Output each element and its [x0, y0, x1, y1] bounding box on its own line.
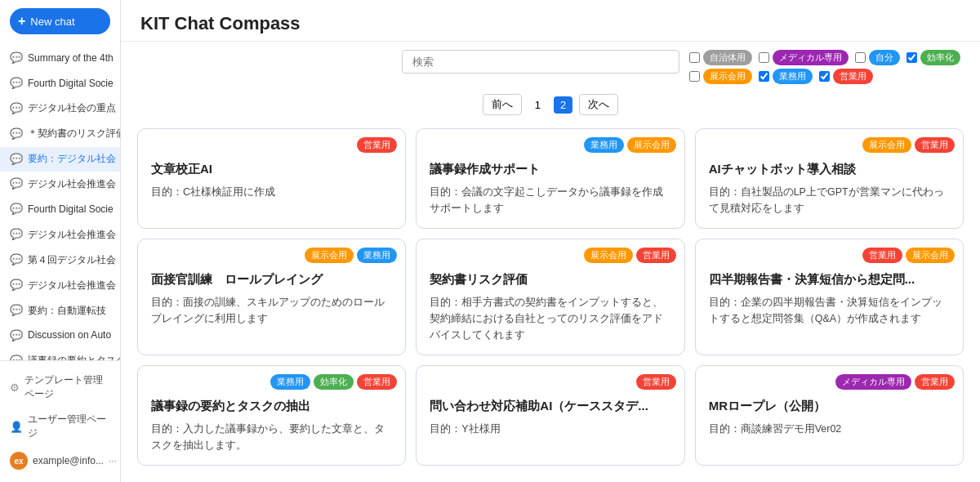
chat-icon: 💬 — [10, 127, 23, 141]
card-title: 議事録の要約とタスクの抽出 — [151, 399, 392, 414]
sidebar-item-digital-society-promo2[interactable]: 💬デジタル社会推進会 — [0, 222, 120, 248]
card-tag-営業用: 営業用 — [862, 248, 902, 263]
sidebar-item-label: Fourth Digital Socie — [28, 78, 114, 91]
card-tag-展示会用: 展示会用 — [906, 248, 955, 263]
sidebar-item-label: デジタル社会推進会 — [28, 178, 116, 191]
sidebar-item-label: Discussion on Auto — [28, 329, 111, 342]
card-card-2[interactable]: 業務用展示会用議事録作成サポート目的：会議の文字起こしデータから議事録を作成サポ… — [416, 128, 684, 229]
sidebar-item-digital-society-key[interactable]: 💬デジタル社会の重点 — [0, 96, 120, 122]
sidebar-item-label: デジタル社会推進会 — [28, 229, 116, 242]
card-card-7[interactable]: 業務用効率化営業用議事録の要約とタスクの抽出目的：入力した議事録から、要約した文… — [137, 365, 406, 466]
sidebar-item-minutes-tasks[interactable]: 💬議事録の要約とタスク — [0, 349, 120, 360]
filter-badge-exhibition[interactable]: 展示会用 — [703, 69, 752, 84]
sidebar-item-summary-4th[interactable]: 💬Summary of the 4th — [0, 46, 120, 71]
sidebar-item-digital-society-promo[interactable]: 💬デジタル社会推進会 — [0, 172, 120, 197]
card-title: 議事録作成サポート — [430, 162, 670, 177]
more-icon[interactable]: ··· — [109, 455, 117, 466]
card-card-1[interactable]: 営業用文章校正AI目的：C社様検証用に作成 — [137, 128, 406, 229]
filter-badge-medical[interactable]: メディカル専用 — [773, 50, 849, 65]
chat-icon: 💬 — [10, 77, 23, 91]
card-title: 問い合わせ対応補助AI（ケーススタデ... — [430, 399, 670, 414]
chat-icon: 💬 — [10, 153, 23, 167]
sidebar-bottom: ⚙ テンプレート管理ページ 👤 ユーザー管理ページ ex example@inf… — [0, 360, 120, 482]
card-tag-展示会用: 展示会用 — [862, 137, 911, 153]
new-chat-label: New chat — [30, 16, 74, 28]
filter-badge-efficiency[interactable]: 効率化 — [920, 50, 960, 65]
filter-item-self: 自分 — [855, 50, 900, 65]
card-tag-営業用: 営業用 — [636, 374, 676, 390]
sidebar-item-label: デジタル社会推進会 — [28, 279, 116, 292]
template-manage-link[interactable]: ⚙ テンプレート管理ページ — [0, 368, 120, 407]
page-1[interactable]: 1 — [528, 96, 547, 114]
card-tag-業務用: 業務用 — [270, 374, 310, 390]
filter-badge-business[interactable]: 業務用 — [773, 69, 813, 84]
filter-item-exhibition: 展示会用 — [689, 69, 752, 84]
filter-checkbox-efficiency[interactable] — [906, 52, 917, 63]
card-title: 四半期報告書・決算短信から想定問... — [709, 272, 950, 288]
card-tags-card-6: 営業用展示会用 — [862, 248, 955, 263]
new-chat-button[interactable]: + New chat — [10, 8, 110, 34]
prev-page-button[interactable]: 前へ — [483, 94, 522, 115]
chat-icon: 💬 — [10, 228, 23, 242]
card-tags-card-1: 営業用 — [357, 137, 397, 153]
search-input[interactable] — [402, 50, 679, 74]
card-tags-card-8: 営業用 — [636, 374, 676, 390]
page-2[interactable]: 2 — [554, 96, 572, 114]
card-desc: 目的：Y社様用 — [430, 421, 670, 437]
sidebar-item-discussion-auto[interactable]: 💬Discussion on Auto — [0, 324, 120, 349]
sidebar-item-4th-digital-society[interactable]: 💬第４回デジタル社会 — [0, 248, 120, 273]
card-tag-営業用: 営業用 — [915, 374, 955, 390]
next-page-button[interactable]: 次へ — [579, 94, 618, 115]
card-title: 文章校正AI — [151, 162, 392, 177]
filter-checkbox-medical[interactable] — [759, 52, 769, 63]
card-tags-card-3: 展示会用営業用 — [862, 137, 955, 153]
card-card-5[interactable]: 展示会用営業用契約書リスク評価目的：相手方書式の契約書をインプットすると、契約締… — [416, 239, 684, 355]
card-tags-card-7: 業務用効率化営業用 — [270, 374, 397, 390]
filter-checkbox-jichitai[interactable] — [689, 52, 700, 63]
card-desc: 目的：企業の四半期報告書・決算短信をインプットすると想定問答集（Q&A）が作成さ… — [709, 294, 950, 327]
search-container — [402, 50, 679, 74]
sidebar-item-summary-auto[interactable]: 💬要約：自動運転技 — [0, 298, 120, 324]
chat-icon: 💬 — [10, 177, 23, 191]
chat-icon: 💬 — [10, 203, 23, 216]
card-card-8[interactable]: 営業用問い合わせ対応補助AI（ケーススタデ...目的：Y社様用 — [416, 365, 684, 466]
sidebar-item-contract-risk[interactable]: 💬＊契約書のリスク評価 — [0, 122, 120, 147]
filter-item-medical: メディカル専用 — [759, 50, 849, 65]
filter-checkbox-business[interactable] — [759, 71, 769, 82]
chat-icon: 💬 — [10, 304, 23, 318]
card-desc: 目的：会議の文字起こしデータから議事録を作成サポートします — [430, 184, 670, 216]
card-tag-効率化: 効率化 — [314, 374, 354, 390]
filter-badge-jichitai[interactable]: 自治体用 — [703, 50, 752, 65]
sidebar-item-summary-digital[interactable]: 💬要約：デジタル社会 — [0, 147, 120, 172]
filter-badge-self[interactable]: 自分 — [869, 50, 900, 65]
sidebar-item-digital-society-promo3[interactable]: 💬デジタル社会推進会 — [0, 273, 120, 298]
sidebar-item-fourth-digital[interactable]: 💬Fourth Digital Socie — [0, 71, 120, 96]
user-label: ユーザー管理ページ — [28, 413, 110, 440]
filter-item-jichitai: 自治体用 — [689, 50, 752, 65]
filter-checkbox-self[interactable] — [855, 52, 866, 63]
user-manage-link[interactable]: 👤 ユーザー管理ページ — [0, 407, 120, 446]
sidebar-list: 💬Summary of the 4th💬Fourth Digital Socie… — [0, 42, 120, 360]
user-account[interactable]: ex example@info... ··· — [0, 446, 120, 475]
card-title: MRロープレ（公開） — [709, 399, 950, 414]
user-icon: 👤 — [10, 421, 23, 433]
filter-row-2: 展示会用業務用営業用 — [689, 69, 960, 84]
template-label: テンプレート管理ページ — [24, 373, 110, 401]
filter-checkbox-exhibition[interactable] — [689, 71, 700, 82]
card-card-3[interactable]: 展示会用営業用AIチャットボット導入相談目的：自社製品のLP上でGPTが営業マン… — [695, 128, 964, 229]
filter-area: 自治体用メディカル専用自分効率化 展示会用業務用営業用 — [121, 42, 980, 89]
card-card-4[interactable]: 展示会用業務用面接官訓練 ロールプレイング目的：面接の訓練、スキルアップのための… — [137, 239, 406, 355]
card-desc: 目的：入力した議事録から、要約した文章と、タスクを抽出します。 — [151, 421, 392, 453]
card-title: 面接官訓練 ロールプレイング — [151, 272, 392, 288]
filter-item-business: 業務用 — [759, 69, 813, 84]
card-tag-営業用: 営業用 — [357, 137, 397, 153]
card-tag-業務用: 業務用 — [357, 248, 397, 263]
sidebar-item-fourth-digital2[interactable]: 💬Fourth Digital Socie — [0, 197, 120, 222]
template-icon: ⚙ — [10, 382, 20, 394]
sidebar-item-label: 要約：自動運転技 — [28, 305, 106, 318]
card-card-6[interactable]: 営業用展示会用四半期報告書・決算短信から想定問...目的：企業の四半期報告書・決… — [695, 239, 964, 355]
filter-badge-sales[interactable]: 営業用 — [833, 69, 873, 84]
filter-checkbox-sales[interactable] — [819, 71, 830, 82]
card-desc: 目的：C社様検証用に作成 — [151, 184, 392, 200]
card-card-9[interactable]: メディカル専用営業用MRロープレ（公開）目的：商談練習デモ用Ver02 — [695, 365, 964, 466]
